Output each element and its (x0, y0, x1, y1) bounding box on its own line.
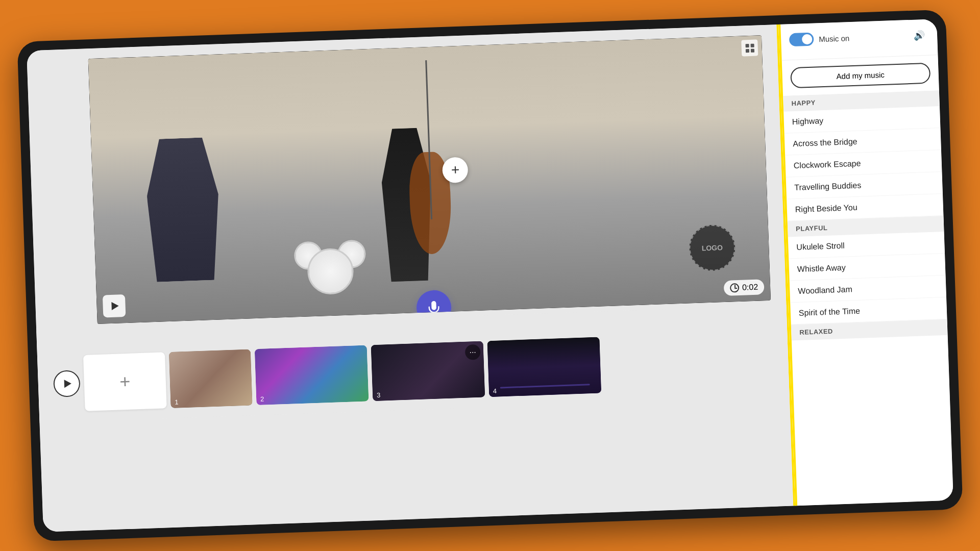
video-duration-text: 0:02 (742, 283, 758, 292)
video-play-button[interactable] (103, 294, 126, 318)
timeline-play-icon (64, 380, 71, 388)
timeline-play-button[interactable] (53, 370, 81, 397)
clip-1[interactable]: 1 (169, 349, 253, 408)
clip-4-number: 4 (493, 387, 497, 395)
band-scene: LOGO (88, 35, 771, 324)
expand-dot-1 (745, 44, 749, 47)
music-on-label: Music on (819, 34, 850, 43)
clip-1-number: 1 (175, 398, 179, 406)
add-music-button[interactable]: Add my music (790, 63, 930, 89)
add-clip-button[interactable]: + (83, 352, 167, 411)
video-duration-badge: 0:02 (723, 279, 764, 296)
main-area: LOGO + (27, 19, 953, 532)
add-clip-icon: + (119, 371, 131, 393)
editor-area: LOGO + (27, 24, 793, 532)
clip-4-thumbnail (487, 337, 601, 397)
logo-badge: LOGO (689, 224, 736, 271)
clip-2-number: 2 (260, 395, 264, 403)
video-preview: LOGO + (88, 35, 771, 324)
tablet-device: LOGO + (17, 10, 963, 542)
drum-big (307, 248, 354, 295)
play-triangle-icon (111, 302, 119, 310)
music-on-toggle[interactable] (789, 33, 814, 47)
drums-area (283, 232, 377, 296)
expand-dot-2 (750, 43, 754, 47)
music-toggle-row: Music on 🔊 (789, 29, 929, 47)
clip-2[interactable]: 2 (255, 345, 369, 406)
band-member-left (145, 137, 222, 283)
clip-2-thumbnail (255, 345, 369, 406)
music-list: HAPPY Highway Across the Bridge Clockwor… (783, 90, 953, 506)
clip-1-thumbnail (169, 349, 253, 408)
mic-icon (427, 300, 442, 315)
expand-button[interactable] (741, 39, 758, 56)
expand-icon (745, 43, 754, 53)
timeline-area: + 1 2 (36, 305, 789, 423)
clock-icon (730, 283, 740, 293)
clip-4[interactable]: 4 (487, 337, 601, 397)
expand-dot-3 (745, 49, 749, 53)
video-background: LOGO (88, 35, 771, 324)
music-header: Music on 🔊 (780, 19, 938, 61)
volume-icon: 🔊 (914, 30, 925, 41)
music-panel: Music on 🔊 Add my music HAPPY Highway (778, 19, 953, 506)
tablet-screen: LOGO + (27, 19, 953, 532)
clip-3-number: 3 (377, 391, 381, 399)
expand-dot-4 (750, 48, 754, 52)
clip-3[interactable]: ··· 3 (371, 341, 485, 402)
